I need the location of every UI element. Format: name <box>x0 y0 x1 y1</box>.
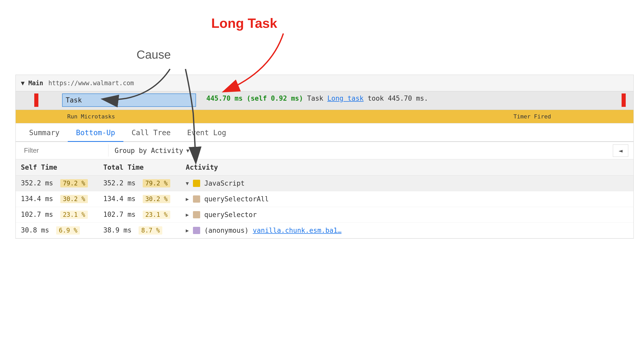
long-task-link[interactable]: Long task <box>327 94 364 102</box>
self-pct-badge-2: 23.1 % <box>60 211 88 219</box>
filter-input[interactable] <box>21 144 108 157</box>
cell-self-time-3: 30.8 ms 6.9 % <box>16 223 98 238</box>
total-pct-badge-3: 8.7 % <box>139 226 162 235</box>
long-task-annotation: Long Task <box>211 15 277 31</box>
table-row[interactable]: 30.8 ms 6.9 % 38.9 ms 8.7 % ▶ (anonymous… <box>16 223 633 238</box>
activity-swatch-0 <box>193 180 200 187</box>
col-header-total-time: Total Time <box>98 159 181 176</box>
tab-event-log[interactable]: Event Log <box>179 124 234 142</box>
group-by-dropdown[interactable]: Group by Activity ▼ <box>108 142 196 159</box>
task-word: Task <box>307 94 327 102</box>
activity-name-0: JavaScript <box>204 179 245 187</box>
timing-value: 445.70 ms (self 0.92 ms) <box>206 94 303 102</box>
activity-swatch-3 <box>193 227 200 234</box>
activity-swatch-2 <box>193 211 200 218</box>
panel-toggle-button[interactable]: ◄ <box>613 144 628 157</box>
cell-total-time-3: 38.9 ms 8.7 % <box>98 223 181 238</box>
tab-call-tree[interactable]: Call Tree <box>123 124 179 142</box>
expand-btn-1[interactable]: ▶ <box>186 196 189 202</box>
cell-self-time-2: 102.7 ms 23.1 % <box>16 207 98 223</box>
red-flag-left <box>34 93 38 107</box>
filter-row: Group by Activity ▼ ◄ <box>16 142 633 159</box>
cell-self-time-0: 352.2 ms 79.2 % <box>16 176 98 191</box>
expand-btn-3[interactable]: ▶ <box>186 227 189 234</box>
cell-activity-1: ▶ querySelectorAll <box>181 191 633 207</box>
expand-btn-2[interactable]: ▶ <box>186 212 189 218</box>
duration-text: took 445.70 ms. <box>368 94 428 102</box>
total-pct-badge-1: 30.2 % <box>143 195 170 203</box>
table-row[interactable]: 134.4 ms 30.2 % 134.4 ms 30.2 % ▶ queryS… <box>16 191 633 207</box>
cell-total-time-1: 134.4 ms 30.2 % <box>98 191 181 207</box>
expand-btn-0[interactable]: ▼ <box>186 180 189 186</box>
page-url: https://www.walmart.com <box>48 80 134 87</box>
col-header-self-time: Self Time <box>16 159 98 176</box>
task-block[interactable]: Task <box>62 93 196 107</box>
dropdown-arrow-icon: ▼ <box>186 148 189 154</box>
red-flag-right <box>622 93 626 107</box>
table-row[interactable]: 352.2 ms 79.2 % 352.2 ms 79.2 % ▼ JavaSc… <box>16 176 633 191</box>
activity-link-3[interactable]: vanilla.chunk.esm.ba1… <box>253 227 341 234</box>
devtools-panel: ▼ Main https://www.walmart.com Task 445.… <box>15 75 634 239</box>
mini-tasks-row: Run Microtasks Timer Fired <box>16 110 633 123</box>
tabs-row: Summary Bottom-Up Call Tree Event Log <box>16 123 633 142</box>
table-row[interactable]: 102.7 ms 23.1 % 102.7 ms 23.1 % ▶ queryS… <box>16 207 633 223</box>
cell-total-time-0: 352.2 ms 79.2 % <box>98 176 181 191</box>
total-pct-badge-0: 79.2 % <box>143 179 170 187</box>
cell-activity-3: ▶ (anonymous) vanilla.chunk.esm.ba1… <box>181 223 633 238</box>
col-header-activity: Activity <box>181 159 633 176</box>
self-pct-badge-0: 79.2 % <box>60 179 88 187</box>
table-header-row: Self Time Total Time Activity <box>16 159 633 176</box>
bottom-up-table: Self Time Total Time Activity 352.2 ms 7… <box>16 159 633 238</box>
mini-task-label: Run Microtasks <box>67 113 115 120</box>
cell-total-time-2: 102.7 ms 23.1 % <box>98 207 181 223</box>
group-by-label: Group by Activity <box>115 147 183 154</box>
activity-swatch-1 <box>193 195 200 203</box>
cause-annotation: Cause <box>137 48 171 62</box>
activity-name-1: querySelectorAll <box>204 195 269 203</box>
cell-activity-2: ▶ querySelector <box>181 207 633 223</box>
activity-name-3: (anonymous) <box>204 227 249 234</box>
cell-activity-0: ▼ JavaScript <box>181 176 633 191</box>
task-block-label: Task <box>66 96 82 104</box>
main-thread-label: ▼ Main <box>21 80 43 87</box>
timer-fired-label: Timer Fired <box>513 113 551 120</box>
tab-bottom-up[interactable]: Bottom-Up <box>68 124 123 142</box>
task-row: Task 445.70 ms (self 0.92 ms) Task Long … <box>16 91 633 110</box>
self-pct-badge-3: 6.9 % <box>56 226 80 235</box>
activity-name-2: querySelector <box>204 211 257 219</box>
total-pct-badge-2: 23.1 % <box>143 211 170 219</box>
timeline-header-bar: ▼ Main https://www.walmart.com <box>16 75 633 91</box>
cell-self-time-1: 134.4 ms 30.2 % <box>16 191 98 207</box>
tab-summary[interactable]: Summary <box>21 124 68 142</box>
self-pct-badge-1: 30.2 % <box>60 195 88 203</box>
task-timing-info: 445.70 ms (self 0.92 ms) Task Long task … <box>206 94 428 102</box>
